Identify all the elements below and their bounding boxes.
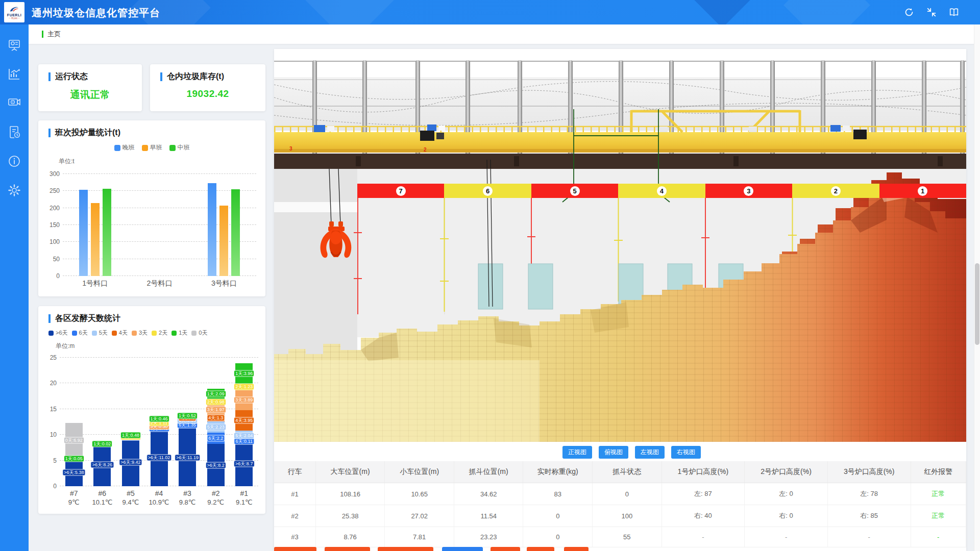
bar[interactable]	[231, 189, 240, 276]
view-button-正视图[interactable]: 正视图	[562, 446, 592, 459]
bar[interactable]	[91, 203, 100, 276]
breadcrumb-home[interactable]: 主页	[47, 30, 61, 39]
legend-item[interactable]: 晚班	[114, 143, 135, 152]
legend-item[interactable]: 1天	[172, 329, 187, 337]
legend-item[interactable]: 早班	[142, 143, 162, 152]
sidebar-item-info[interactable]	[7, 154, 21, 168]
stacked-bar[interactable]: >6天:5.381天:0.050天:6.92	[65, 423, 83, 486]
bar-segment: 1天:0.46	[151, 417, 168, 420]
refresh-icon[interactable]	[903, 7, 915, 18]
legend-label: 5天	[99, 329, 108, 337]
bar-group: >6天:8.261天:0.02	[88, 358, 117, 486]
table-cell: 8.76	[315, 527, 385, 547]
segment-label: >6天:8.7	[234, 461, 254, 467]
column-header: 小车位置(m)	[385, 461, 454, 483]
exit-fullscreen-icon[interactable]	[926, 7, 937, 18]
legend-label: 1天	[179, 329, 187, 337]
table-cell: 正常	[911, 483, 966, 505]
app-header: FUERLI 一 富尔利 一 通州垃圾仓信息化管控平台	[0, 0, 980, 24]
legend-item[interactable]: 5天	[92, 329, 108, 337]
scrollbar-thumb[interactable]	[975, 263, 979, 345]
toolbar-button[interactable]	[442, 547, 483, 551]
logo-text: FUERLI	[7, 13, 21, 17]
breadcrumb: 主页	[29, 24, 980, 44]
zone-number: 6	[483, 186, 493, 196]
sidebar-item-report[interactable]	[7, 125, 21, 139]
bar[interactable]	[103, 189, 111, 276]
legend-item[interactable]: 4天	[112, 329, 128, 337]
stacked-bar[interactable]: >6天:8.261天:0.02	[93, 444, 111, 486]
table-cell: 83	[523, 483, 593, 505]
legend-item[interactable]: 6天	[72, 329, 88, 337]
y-axis-tick: 150	[43, 221, 60, 229]
legend-item[interactable]: 3天	[132, 329, 148, 337]
sidebar-item-statistics[interactable]	[7, 67, 21, 81]
sidebar-item-dashboard[interactable]	[7, 38, 21, 52]
view-button-右视图[interactable]: 右视图	[671, 446, 701, 459]
zone-section-2: 2	[792, 184, 879, 198]
card-accent	[48, 72, 51, 81]
stacked-bar[interactable]: >6天:11.026天:0.463天:0.302天:1.111天:0.46	[151, 417, 168, 486]
header-decoration	[783, 0, 870, 24]
toolbar-button[interactable]	[274, 547, 316, 551]
legend-label: 2天	[159, 329, 167, 337]
view-button-左视图[interactable]: 左视图	[635, 446, 665, 459]
bunker-3d-view[interactable]: 7654321 32	[274, 49, 966, 442]
legend-item[interactable]: 中班	[169, 143, 190, 152]
column-header: 实时称重(kg)	[523, 461, 593, 483]
toolbar-button[interactable]	[325, 547, 370, 551]
x-axis-label: 2号料口	[127, 279, 191, 288]
ferment-chart-card: 各区发酵天数统计 >6天6天5天4天3天2天1天0天 单位:m 05101520…	[38, 306, 265, 514]
bar[interactable]	[208, 183, 216, 276]
table-row: #1108.1610.6534.62830左: 87左: 0左: 78正常	[274, 483, 966, 505]
bar-segment: >6天:8.2	[207, 444, 225, 486]
y-axis-tick: 50	[43, 256, 60, 263]
legend-item[interactable]: 0天	[191, 329, 207, 337]
toolbar-button[interactable]	[491, 547, 520, 551]
stacked-bar[interactable]: >6天:8.26天:2.25天:2.234天:1.33天:1.972天:0.98…	[207, 389, 225, 486]
view-button-俯视图[interactable]: 俯视图	[599, 446, 628, 459]
manual-book-icon[interactable]	[948, 7, 960, 18]
segment-label: >6天:9.42	[119, 459, 142, 465]
sidebar-item-monitor[interactable]	[7, 96, 21, 110]
run-status-card: 运行状态 通讯正常	[38, 64, 142, 111]
y-axis-tick: 10	[40, 431, 57, 438]
y-axis-tick: 0	[43, 272, 60, 280]
shift-chart-title: 班次投炉量统计(t)	[55, 128, 120, 138]
run-status-title: 运行状态	[55, 71, 88, 82]
inventory-value: 19032.42	[150, 88, 265, 99]
bar-segment: 1天:2.09	[207, 389, 225, 399]
table-cell: 10.65	[385, 483, 454, 505]
card-accent	[48, 314, 51, 323]
column-header: 抓斗状态	[593, 461, 662, 483]
stacked-bar[interactable]: >6天:11.196天:1.355天:0.564天:0.31天:0.52	[179, 415, 196, 486]
bar-segment: 1天:3.96	[235, 363, 253, 384]
stacked-bar[interactable]: >6天:8.76天:0.115天:2.044天:3.953天:3.892天:1.…	[235, 363, 253, 486]
segment-label: 0天:6.92	[64, 437, 84, 444]
bar-segment: >6天:11.19	[179, 429, 196, 486]
legend-item[interactable]: 2天	[152, 329, 167, 337]
inventory-title: 仓内垃圾库存(t)	[167, 71, 224, 82]
toolbar-button[interactable]	[378, 547, 433, 551]
sidebar-item-settings[interactable]	[7, 183, 21, 197]
bar-group	[192, 174, 256, 276]
bar-segment: 3天:1.97	[207, 405, 225, 415]
toolbar-button[interactable]	[564, 547, 589, 551]
legend-item[interactable]: >6天	[48, 329, 68, 337]
bar[interactable]	[79, 190, 88, 276]
x-axis-label: #39.8℃	[173, 489, 202, 507]
column-header: 行车	[274, 461, 315, 483]
table-cell: 左: 78	[827, 483, 911, 505]
bar-segment: 5天:2.23	[207, 421, 225, 433]
x-axis-label: #610.1℃	[88, 489, 117, 507]
stacked-bar[interactable]: >6天:9.425天:0.132天:0.151天:0.48	[122, 434, 139, 486]
page-scrollbar[interactable]	[974, 24, 980, 551]
zone-number: 7	[396, 186, 406, 196]
toolbar-button[interactable]	[527, 547, 554, 551]
zone-number: 2	[831, 186, 841, 196]
bar-segment: >6天:8.7	[235, 441, 253, 486]
bar[interactable]	[219, 206, 228, 276]
bar-group: >6天:8.26天:2.25天:2.234天:1.33天:1.972天:0.98…	[202, 358, 230, 486]
segment-label: 1天:0.05	[64, 455, 84, 462]
zone-number-band: 7654321	[357, 184, 966, 198]
